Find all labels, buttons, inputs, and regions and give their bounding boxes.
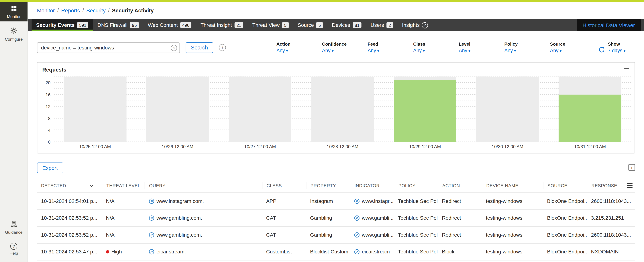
cell-policy: Techblue Sec Pol... bbox=[394, 249, 438, 255]
filter-policy-dropdown[interactable]: Any▾ bbox=[504, 48, 550, 54]
column-header-query[interactable]: QUERY bbox=[144, 182, 262, 189]
chevron-down-icon bbox=[89, 183, 94, 188]
column-header-source[interactable]: SOURCE bbox=[543, 182, 587, 189]
filter-class-dropdown[interactable]: Any▾ bbox=[413, 48, 459, 54]
column-header-action[interactable]: ACTION bbox=[438, 182, 482, 189]
cell-property: Instagram bbox=[306, 198, 350, 204]
table-row[interactable]: 10-31-2024 02:53:47 p...Higheicar.stream… bbox=[37, 243, 635, 260]
requests-panel-title: Requests bbox=[37, 63, 634, 74]
filter-source-dropdown[interactable]: Any▾ bbox=[550, 48, 596, 54]
historical-data-viewer-button[interactable]: Historical Data Viewer bbox=[577, 19, 641, 31]
sidebar-item-help[interactable]: ? Help bbox=[0, 239, 28, 258]
tab-dns-firewall[interactable]: DNS Firewall95 bbox=[93, 19, 143, 31]
lookup-icon[interactable] bbox=[354, 232, 360, 238]
tab-source[interactable]: Source5 bbox=[293, 19, 327, 31]
lookup-icon[interactable] bbox=[354, 198, 360, 204]
tab-security-events[interactable]: Security Events591 bbox=[32, 19, 93, 31]
chevron-down-icon: ▾ bbox=[468, 49, 470, 53]
export-button[interactable]: Export bbox=[37, 163, 63, 173]
lookup-icon[interactable] bbox=[354, 215, 360, 221]
chevron-down-icon: ▾ bbox=[624, 49, 626, 53]
tab-web-content[interactable]: Web Content496 bbox=[143, 19, 196, 31]
tab-label: Security Events bbox=[36, 22, 75, 28]
lookup-icon[interactable] bbox=[148, 232, 154, 238]
chevron-down-icon: ▾ bbox=[332, 49, 334, 53]
top-accent-bar bbox=[0, 0, 644, 2]
lookup-icon[interactable] bbox=[148, 215, 154, 221]
sidebar-item-monitor[interactable]: Monitor bbox=[0, 2, 28, 21]
tab-count-badge: 496 bbox=[180, 22, 192, 28]
cell-response: 2600:1f18:1043... bbox=[587, 232, 635, 238]
day-band bbox=[64, 77, 126, 142]
lookup-icon[interactable] bbox=[148, 249, 154, 255]
search-button[interactable]: Search bbox=[186, 42, 213, 53]
column-header-detected[interactable]: DETECTED bbox=[37, 182, 102, 189]
column-header-threat-level[interactable]: THREAT LEVEL bbox=[102, 182, 144, 189]
breadcrumb-link-reports[interactable]: Reports bbox=[61, 8, 80, 14]
table-row[interactable]: 10-31-2024 02:53:52 p...N/Awww.gambling.… bbox=[37, 227, 635, 243]
column-header-class[interactable]: CLASS bbox=[262, 182, 306, 189]
tab-devices[interactable]: Devices81 bbox=[328, 19, 366, 31]
y-tick-label: 8 bbox=[48, 116, 51, 121]
filter-feed: FeedAny▾ bbox=[368, 42, 413, 53]
filter-label: Action bbox=[276, 42, 322, 47]
column-header-indicator[interactable]: INDICATOR bbox=[350, 182, 394, 189]
day-band bbox=[476, 77, 539, 142]
filter-level-dropdown[interactable]: Any▾ bbox=[459, 48, 504, 54]
lookup-icon[interactable] bbox=[148, 198, 154, 204]
filter-action-dropdown[interactable]: Any▾ bbox=[276, 48, 322, 54]
cell-response: NXDOMAIN bbox=[587, 249, 635, 255]
column-settings-icon[interactable] bbox=[627, 183, 632, 188]
tab-label: Web Content bbox=[148, 22, 178, 28]
tab-label: Source bbox=[298, 22, 314, 28]
cell-detected: 10-31-2024 02:53:52 p... bbox=[37, 215, 102, 221]
sidebar-item-guidance[interactable]: Guidance bbox=[0, 217, 28, 237]
x-tick-label: 10/29 12:00 AM bbox=[384, 144, 466, 149]
cell-device-name: testing-windows bbox=[482, 198, 543, 204]
cell-threat-level: High bbox=[102, 249, 144, 255]
refresh-icon[interactable] bbox=[596, 46, 608, 53]
breadcrumb-link-monitor[interactable]: Monitor bbox=[37, 8, 55, 14]
filter-label: Show bbox=[608, 42, 635, 47]
filter-show-dropdown[interactable]: 7 days▾ bbox=[608, 48, 635, 54]
breadcrumb-link-security[interactable]: Security bbox=[86, 8, 106, 14]
cell-threat-level: N/A bbox=[102, 232, 144, 238]
tab-count-badge: 5 bbox=[316, 22, 323, 28]
column-header-device-name[interactable]: DEVICE NAME bbox=[482, 182, 543, 189]
tab-users[interactable]: Users2 bbox=[366, 19, 398, 31]
table-info-icon[interactable]: i bbox=[628, 164, 635, 171]
column-header-property[interactable]: PROPERTY bbox=[306, 182, 350, 189]
cell-device-name: testing-windows bbox=[482, 249, 543, 255]
table-row[interactable]: 10-31-2024 02:53:52 p...N/Awww.gambling.… bbox=[37, 210, 635, 227]
collapse-panel-icon[interactable] bbox=[624, 68, 629, 69]
sidebar-item-configure[interactable]: Configure bbox=[0, 24, 28, 44]
tab-count-badge: 95 bbox=[130, 22, 139, 28]
tab-threat-view[interactable]: Threat View5 bbox=[248, 19, 293, 31]
search-input[interactable] bbox=[37, 42, 180, 53]
search-info-icon[interactable]: i bbox=[219, 44, 226, 51]
table-body: 10-31-2024 02:54:01 p...N/Awww.instagram… bbox=[37, 193, 635, 260]
clear-search-icon[interactable]: × bbox=[171, 45, 177, 51]
query-text: eicar.stream. bbox=[156, 249, 186, 255]
cell-action: Redirect bbox=[438, 198, 482, 204]
table-row[interactable]: 10-31-2024 02:54:01 p...N/Awww.instagram… bbox=[37, 193, 635, 210]
cell-query: www.gambling.com. bbox=[144, 232, 262, 238]
sidebar-item-label: Monitor bbox=[7, 15, 20, 19]
tab-insights[interactable]: Insights? bbox=[398, 19, 432, 31]
indicator-text: www.gambli... bbox=[362, 232, 394, 238]
cell-detected: 10-31-2024 02:53:52 p... bbox=[37, 232, 102, 238]
tabs: Security Events591DNS Firewall95Web Cont… bbox=[32, 19, 432, 31]
threat-level-text: High bbox=[111, 249, 122, 255]
filter-label: Class bbox=[413, 42, 459, 47]
indicator-text: eicar.stream bbox=[362, 249, 390, 255]
cell-query: www.instagram.com. bbox=[144, 198, 262, 204]
filter-confidence-dropdown[interactable]: Any▾ bbox=[322, 48, 368, 54]
filter-feed-dropdown[interactable]: Any▾ bbox=[368, 48, 413, 54]
lookup-icon[interactable] bbox=[354, 249, 360, 255]
sidebar-item-label: Configure bbox=[5, 37, 23, 42]
column-header-policy[interactable]: POLICY bbox=[394, 182, 438, 189]
cell-source: BloxOne Endpoi... bbox=[543, 215, 587, 221]
tab-threat-insight[interactable]: Threat Insight21 bbox=[196, 19, 248, 31]
chart-plot-area: 10/25 12:00 AM10/26 12:00 AM10/27 12:00 … bbox=[54, 77, 631, 142]
filter-policy: PolicyAny▾ bbox=[504, 42, 550, 53]
